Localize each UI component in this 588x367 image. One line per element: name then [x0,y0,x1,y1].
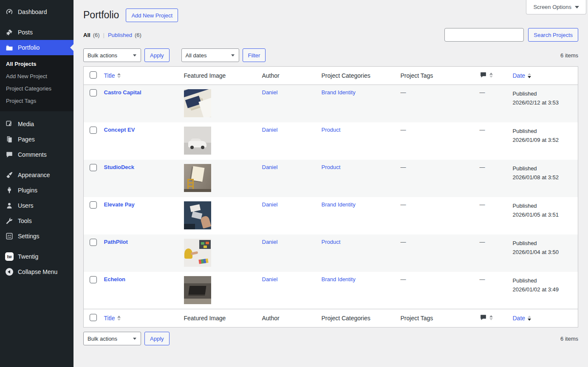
apply-button-bottom[interactable]: Apply [144,332,170,345]
sidebar-item-dashboard[interactable]: Dashboard [0,4,74,20]
featured-image-thumbnail[interactable] [184,201,211,229]
column-header-featured-image: Featured Image [181,309,259,327]
table-row: PathPilot Daniel Product — — Published20… [84,234,578,272]
column-header-author: Author [259,67,318,85]
featured-image-thumbnail[interactable] [184,239,211,267]
sidebar-item-tools[interactable]: Tools [0,213,74,229]
items-count: 6 items [560,52,578,59]
tags-value: — [401,89,406,96]
status-label: Published [513,240,537,246]
status-label: Published [513,277,537,284]
comments-value: — [480,89,485,96]
screen-options-button[interactable]: Screen Options [526,0,586,14]
featured-image-thumbnail[interactable] [184,276,211,304]
submenu-item-project-tags[interactable]: Project Tags [0,95,74,107]
sidebar-item-collapse-menu[interactable]: Collapse Menu [0,264,74,279]
row-checkbox[interactable] [90,276,97,283]
search-input[interactable] [444,28,524,42]
filter-button[interactable]: Filter [243,48,266,62]
sidebar-item-label: Tools [18,217,32,224]
sidebar-item-settings[interactable]: Settings [0,229,74,244]
project-title-link[interactable]: Echelon [104,276,126,282]
sidebar-item-twentig[interactable]: tw Twentig [0,249,74,264]
submenu-item-all-projects[interactable]: All Projects [0,58,74,70]
dates-filter-select[interactable]: All dates [181,48,239,62]
wrench-icon [5,217,14,225]
sidebar-item-label: Comments [18,151,47,158]
table-row: Concept EV Daniel Product — — Published2… [84,122,578,160]
project-title-link[interactable]: Castro Capital [104,89,141,96]
row-checkbox[interactable] [90,239,97,246]
search-projects-button[interactable]: Search Projects [528,28,578,42]
sidebar-item-posts[interactable]: Posts [0,25,74,40]
author-link[interactable]: Daniel [262,201,278,208]
bulk-actions-select[interactable]: Bulk actions [83,48,141,62]
views-and-search-row: All (6) | Published (6) Search Projects [83,28,578,42]
category-link[interactable]: Brand Identity [322,89,356,96]
category-link[interactable]: Brand Identity [322,201,356,208]
category-link[interactable]: Brand Identity [322,276,356,282]
row-checkbox[interactable] [90,164,97,171]
sidebar-item-pages[interactable]: Pages [0,132,74,147]
column-header-title[interactable]: Title [104,72,121,79]
sidebar-item-plugins[interactable]: Plugins [0,183,74,198]
column-header-comments[interactable] [480,314,493,321]
dates-filter-selected-value: All dates [186,52,207,59]
portfolio-submenu: All Projects Add New Project Project Cat… [0,55,74,111]
project-title-link[interactable]: PathPilot [104,239,128,245]
featured-image-thumbnail[interactable] [184,164,211,192]
featured-image-thumbnail[interactable] [184,89,211,117]
column-header-comments[interactable] [480,71,493,79]
row-checkbox[interactable] [90,201,97,209]
sidebar-item-comments[interactable]: Comments [0,147,74,162]
author-link[interactable]: Daniel [262,164,278,170]
view-filter-published[interactable]: Published [108,32,132,38]
sidebar-item-media[interactable]: Media [0,116,74,132]
sidebar-item-label: Collapse Menu [18,268,57,275]
add-new-project-button[interactable]: Add New Project [126,8,178,22]
status-label: Published [513,128,537,134]
featured-image-thumbnail[interactable] [184,127,211,155]
column-header-title[interactable]: Title [104,315,121,322]
dashboard-icon [5,8,14,16]
comments-value: — [480,239,485,245]
media-icon [5,120,14,128]
category-link[interactable]: Product [322,127,341,133]
tags-value: — [401,201,406,208]
author-link[interactable]: Daniel [262,276,278,282]
apply-button[interactable]: Apply [144,48,170,62]
bulk-actions-select-bottom[interactable]: Bulk actions [83,332,141,345]
author-link[interactable]: Daniel [262,239,278,245]
table-row: Echelon Daniel Brand Identity — — Publis… [84,272,578,309]
page-title: Portfolio [83,9,119,22]
tags-value: — [401,127,406,133]
column-header-date[interactable]: Date [513,315,531,322]
sidebar-item-portfolio[interactable]: Portfolio [0,40,74,55]
category-link[interactable]: Product [322,239,341,245]
table-footer: Title Featured Image Author Project Cate… [84,309,578,327]
sort-indicator [117,73,121,78]
submenu-item-add-new-project[interactable]: Add New Project [0,70,74,82]
project-title-link[interactable]: Elevate Pay [104,201,135,208]
view-filter-all-count: (6) [93,32,100,38]
category-link[interactable]: Product [322,164,341,170]
table-row: Elevate Pay Daniel Brand Identity — — Pu… [84,197,578,234]
submenu-item-project-categories[interactable]: Project Categories [0,82,74,95]
sidebar-item-users[interactable]: Users [0,198,74,213]
menu-separator [0,111,74,116]
project-title-link[interactable]: StudioDeck [104,164,135,170]
sidebar-item-appearance[interactable]: Appearance [0,167,74,183]
sidebar-item-label: Posts [18,29,33,36]
author-link[interactable]: Daniel [262,89,278,96]
chevron-down-icon [133,338,136,340]
select-all-checkbox[interactable] [90,314,97,321]
comments-icon [5,150,14,159]
select-all-checkbox[interactable] [90,71,97,79]
project-title-link[interactable]: Concept EV [104,127,135,133]
date-value: 2026/01/02 at 3:49 [513,286,559,293]
view-filter-all[interactable]: All [83,32,90,38]
row-checkbox[interactable] [90,89,97,96]
row-checkbox[interactable] [90,127,97,134]
author-link[interactable]: Daniel [262,127,278,133]
column-header-date[interactable]: Date [513,72,531,79]
